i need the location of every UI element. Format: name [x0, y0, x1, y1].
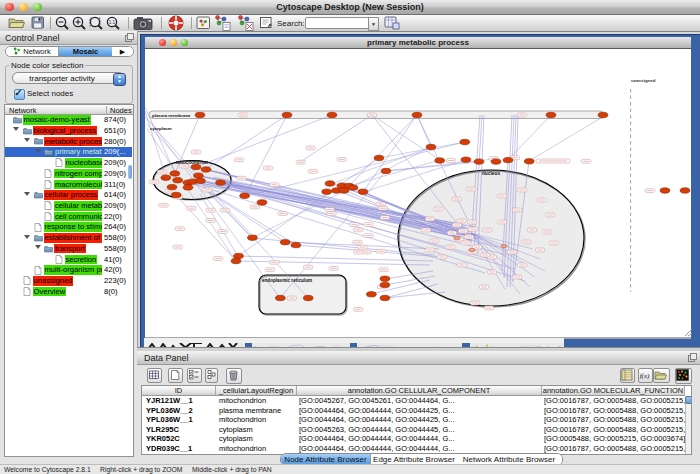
svg-text:unassigned: unassigned	[631, 78, 656, 83]
svg-text:f(x): f(x)	[640, 372, 650, 380]
svg-text:cytoplasm: cytoplasm	[150, 126, 172, 131]
svg-text:mitochondrion: mitochondrion	[176, 160, 208, 165]
svg-text:plasma membrane: plasma membrane	[152, 113, 191, 118]
svg-text:1:1: 1:1	[109, 20, 116, 25]
svg-text:endoplasmic reticulum: endoplasmic reticulum	[262, 278, 312, 283]
svg-text:nucleus: nucleus	[482, 171, 500, 176]
